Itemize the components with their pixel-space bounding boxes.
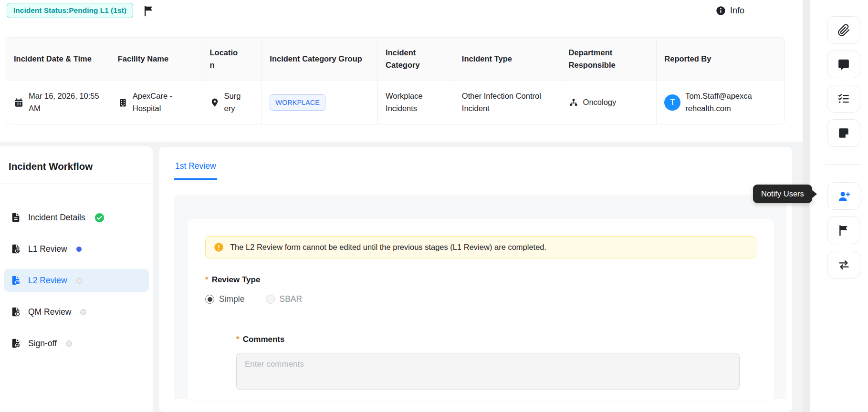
- column-header: Department Responsible: [561, 38, 657, 81]
- file-question-icon: ?: [10, 275, 21, 286]
- sidebar-item-l1-review[interactable]: ? L1 Review: [4, 237, 149, 260]
- step-label: Sign-off: [28, 339, 57, 349]
- sidebar-item-sign-off[interactable]: Sign-off: [4, 332, 149, 355]
- department-cell: Oncology: [561, 81, 657, 124]
- status-pending-icon: [76, 278, 83, 284]
- person-add-icon: [837, 190, 850, 203]
- column-header: Reported By: [656, 38, 784, 81]
- notify-users-button[interactable]: [827, 182, 860, 210]
- required-marker: *: [205, 275, 209, 284]
- location-pin-icon: [210, 98, 220, 107]
- column-header: Incident Category Group: [261, 38, 377, 81]
- toolbar-divider: [825, 165, 862, 165]
- calendar-icon: [14, 98, 24, 108]
- column-header: Facility Name: [110, 38, 202, 81]
- sidebar-item-qm-review[interactable]: QM Review: [4, 300, 149, 323]
- file-check-icon: [10, 338, 21, 349]
- step-label: L2 Review: [28, 276, 67, 286]
- review-panel: 1st Review The L2 Review form cannot be …: [159, 147, 792, 412]
- workflow-step-list: Incident Details ? L1 Review: [0, 184, 153, 355]
- file-shield-icon: [10, 307, 21, 317]
- top-bar: Incident Status:Pending L1 (1st) Info: [7, 3, 774, 18]
- tab-1st-review[interactable]: 1st Review: [174, 161, 217, 180]
- table-row: Mar 16, 2026, 10:55 AM ApexCare - Hospit…: [6, 81, 784, 124]
- info-label: Info: [730, 6, 744, 16]
- reporter-avatar: T: [664, 94, 680, 111]
- radio-option-simple[interactable]: Simple: [205, 294, 245, 304]
- notes-button[interactable]: [827, 119, 860, 147]
- comments-field-group: *Comments: [236, 335, 756, 392]
- tab-bar: 1st Review: [159, 147, 792, 180]
- file-question-icon: ?: [10, 244, 21, 254]
- incident-date-cell: Mar 16, 2026, 10:55 AM: [6, 81, 110, 124]
- review-type-label: *Review Type: [205, 275, 756, 285]
- swap-arrows-icon: [837, 258, 850, 271]
- column-header: Incident Category: [377, 38, 454, 81]
- reported-by-cell: T Tom.Staff@apexcarehealth.com: [656, 81, 784, 124]
- incident-status-badge: Incident Status:Pending L1 (1st): [7, 3, 133, 18]
- column-header: Incident Type: [454, 38, 561, 81]
- status-pending-icon: [66, 340, 72, 347]
- incident-type-cell: Other Infection Control Incident: [454, 81, 561, 124]
- attachments-button[interactable]: [827, 16, 860, 44]
- sidebar-item-incident-details[interactable]: Incident Details: [4, 206, 149, 229]
- checklist-button[interactable]: [827, 85, 860, 113]
- incident-category-cell: Workplace Incidents: [377, 81, 454, 124]
- review-type-radio-group: Simple SBAR: [205, 294, 756, 304]
- workflow-title: Incident Workflow: [0, 146, 153, 184]
- required-marker: *: [236, 335, 240, 344]
- category-group-tag: WORKPLACE: [270, 94, 325, 111]
- comments-button[interactable]: [827, 51, 860, 78]
- column-header: Location: [202, 38, 262, 81]
- paperclip-icon: [837, 24, 850, 37]
- status-pending-icon: [80, 309, 86, 315]
- comments-label: *Comments: [236, 335, 756, 344]
- review-form-panel: The L2 Review form cannot be edited unti…: [174, 195, 786, 399]
- checklist-icon: [837, 93, 850, 105]
- category-group-cell: WORKPLACE: [261, 81, 377, 124]
- file-text-icon: [10, 212, 21, 223]
- building-icon: [118, 98, 128, 108]
- facility-cell: ApexCare - Hospital: [110, 81, 202, 124]
- info-button[interactable]: Info: [716, 6, 744, 16]
- vertical-scrollbar[interactable]: [803, 0, 810, 412]
- warning-alert: The L2 Review form cannot be edited unti…: [205, 236, 756, 258]
- warning-text: The L2 Review form cannot be edited unti…: [230, 243, 546, 252]
- sticky-note-icon: [837, 127, 850, 139]
- warning-icon: [214, 242, 224, 252]
- sidebar-item-l2-review[interactable]: ? L2 Review: [4, 269, 149, 292]
- svg-text:?: ?: [17, 249, 19, 252]
- notify-users-tooltip: Notify Users: [753, 185, 812, 203]
- sitemap-icon: [569, 98, 578, 107]
- status-in-progress-dot: [76, 247, 82, 252]
- flag-icon[interactable]: [143, 4, 155, 17]
- radio-selected-icon: [205, 295, 214, 304]
- flag-button[interactable]: [827, 216, 860, 244]
- step-label: L1 Review: [28, 244, 67, 254]
- step-label: Incident Details: [28, 213, 85, 223]
- location-cell: Surgery: [202, 81, 262, 124]
- svg-text:?: ?: [17, 280, 19, 284]
- info-icon: [716, 6, 726, 16]
- comments-textarea[interactable]: [236, 353, 740, 390]
- flag-icon: [837, 224, 850, 237]
- tooltip-arrow: [812, 190, 817, 198]
- radio-option-sbar[interactable]: SBAR: [266, 294, 303, 304]
- chat-bubble-icon: [837, 58, 850, 71]
- incident-workflow-sidebar: Incident Workflow Incident Details: [0, 146, 153, 412]
- step-label: QM Review: [28, 307, 71, 317]
- l2-review-form-card: The L2 Review form cannot be edited unti…: [188, 219, 774, 401]
- table-header-row: Incident Date & Time Facility Name Locat…: [6, 38, 784, 81]
- transfer-button[interactable]: [827, 251, 860, 278]
- incident-summary-table: Incident Date & Time Facility Name Locat…: [6, 37, 785, 124]
- radio-unselected-icon: [266, 295, 275, 304]
- column-header: Incident Date & Time: [6, 38, 110, 81]
- status-completed-icon: [94, 213, 105, 223]
